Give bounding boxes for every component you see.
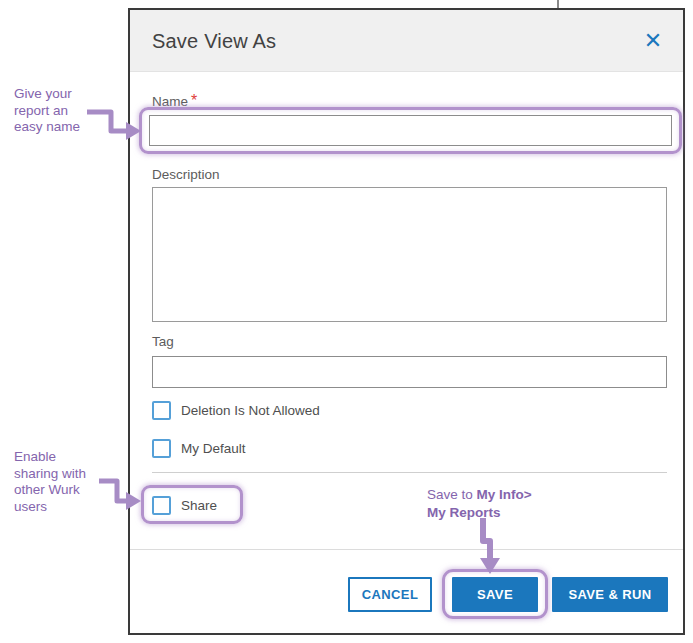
my-default-label: My Default (181, 441, 246, 456)
description-field-label: Description (152, 167, 220, 182)
share-checkbox[interactable] (152, 496, 171, 515)
save-and-run-button[interactable]: SAVE & RUN (552, 577, 668, 612)
footer-divider (130, 549, 683, 550)
share-label: Share (181, 498, 217, 513)
cancel-button[interactable]: CANCEL (348, 577, 432, 612)
tag-input[interactable] (152, 356, 667, 388)
dialog-title: Save View As (152, 30, 276, 53)
name-field-label: Name* (152, 92, 197, 110)
share-row: Share (152, 496, 217, 515)
deletion-not-allowed-checkbox[interactable] (152, 401, 171, 420)
save-annotation: Save to My Info> My Reports (427, 486, 532, 521)
name-input[interactable] (149, 115, 672, 146)
my-default-checkbox[interactable] (152, 439, 171, 458)
deletion-not-allowed-label: Deletion Is Not Allowed (181, 403, 320, 418)
required-asterisk: * (191, 92, 197, 109)
description-textarea[interactable] (152, 187, 667, 322)
save-button[interactable]: SAVE (452, 577, 538, 612)
tag-field-label: Tag (152, 334, 174, 349)
section-divider (152, 472, 667, 473)
close-icon[interactable]: ✕ (640, 27, 666, 55)
my-default-row: My Default (152, 439, 246, 458)
name-annotation: Give your report an easy name (14, 86, 80, 136)
share-annotation: Enable sharing with other Wurk users (14, 449, 86, 515)
deletion-not-allowed-row: Deletion Is Not Allowed (152, 401, 320, 420)
